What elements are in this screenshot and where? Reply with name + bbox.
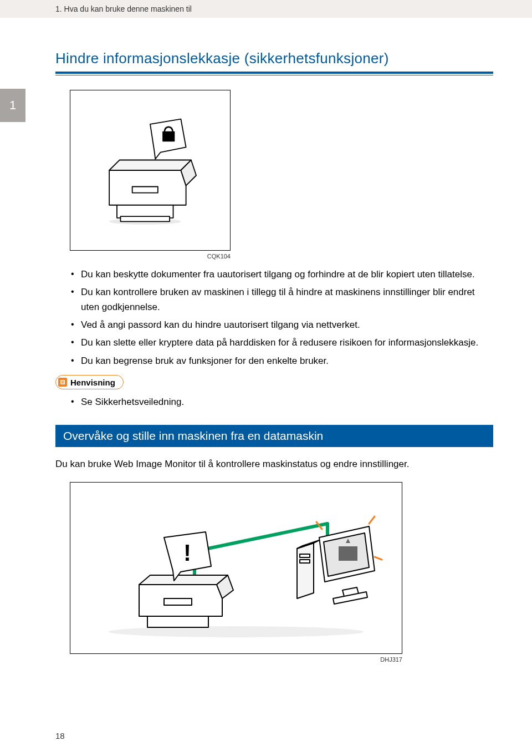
list-item: Se Sikkerhetsveiledning.: [70, 395, 493, 409]
svg-rect-11: [164, 598, 192, 605]
section-title: Hindre informasjonslekkasje (sikkerhetsf…: [55, 50, 493, 74]
main-content: Hindre informasjonslekkasje (sikkerhetsf…: [55, 50, 493, 663]
page-header: 1. Hva du kan bruke denne maskinen til: [0, 0, 532, 18]
reference-icon: [58, 378, 67, 387]
chapter-title: 1. Hva du kan bruke denne maskinen til: [55, 4, 192, 13]
list-item: Du kan slette eller kryptere data på har…: [70, 336, 493, 350]
divider: [55, 75, 493, 75]
svg-rect-2: [120, 216, 170, 221]
list-item: Ved å angi passord kan du hindre uautori…: [70, 318, 493, 332]
list-item: Du kan beskytte dokumenter fra uautorise…: [70, 267, 493, 282]
figure-security: [70, 90, 231, 251]
bullet-list-1: Du kan beskytte dokumenter fra uautorise…: [70, 267, 493, 368]
chapter-tab-badge: 1: [0, 89, 25, 122]
svg-rect-4: [163, 132, 174, 141]
svg-rect-7: [62, 382, 64, 382]
printer-lock-illustration: [84, 104, 217, 237]
svg-rect-15: [339, 546, 357, 561]
figure-caption-2: DHJ317: [70, 656, 402, 663]
printer-computer-network-illustration: !: [81, 488, 391, 648]
body-paragraph: Du kan bruke Web Image Monitor til å kon…: [55, 457, 493, 471]
subsection-title: Overvåke og stille inn maskinen fra en d…: [55, 425, 493, 447]
svg-point-9: [109, 626, 364, 637]
svg-rect-6: [62, 381, 64, 382]
chapter-number: 1: [9, 98, 16, 113]
reference-list: Se Sikkerhetsveiledning.: [70, 395, 493, 409]
svg-rect-3: [132, 187, 158, 193]
svg-rect-8: [62, 383, 64, 383]
figure-web-monitor: !: [70, 482, 402, 654]
svg-rect-10: [147, 615, 208, 627]
page-number: 18: [55, 731, 65, 740]
list-item: Du kan kontrollere bruken av maskinen i …: [70, 285, 493, 314]
list-item: Du kan begrense bruk av funksjoner for d…: [70, 354, 493, 368]
figure-caption-1: CQK104: [70, 253, 231, 260]
reference-label: Henvisning: [70, 378, 115, 387]
svg-text:!: !: [183, 540, 191, 566]
svg-rect-13: [300, 554, 310, 557]
reference-pill: Henvisning: [55, 375, 124, 389]
svg-rect-1: [117, 204, 173, 218]
svg-rect-14: [300, 560, 310, 563]
